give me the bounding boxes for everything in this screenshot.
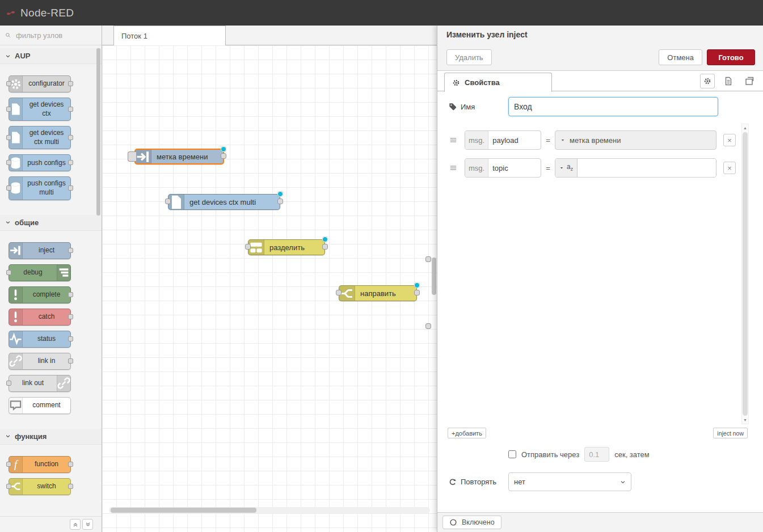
palette-node-input-port[interactable] — [6, 185, 11, 191]
inject-button[interactable] — [128, 151, 136, 162]
palette-node-label: inject — [23, 243, 70, 259]
name-row: Имя — [449, 97, 475, 116]
palette-node-complete[interactable]: complete — [9, 286, 71, 303]
palette-node-get-devices-ctx-multi[interactable]: get devices ctx multi — [9, 126, 71, 149]
palette-node-input-port[interactable] — [6, 484, 11, 489]
string-type-icon: az — [567, 163, 573, 172]
palette-node-link-in[interactable]: link in — [9, 353, 71, 370]
palette-scrollbar[interactable] — [96, 48, 100, 216]
property-input[interactable]: msg.topic — [465, 158, 541, 178]
palette-node-output-port[interactable] — [68, 135, 73, 140]
canvas-h-scrollbar-thumb[interactable] — [111, 508, 256, 513]
node-appearance-button[interactable] — [742, 74, 757, 88]
palette-node-push-configs[interactable]: push configs — [9, 154, 71, 171]
repeat-select[interactable]: нет — [508, 472, 631, 491]
palette-node-input-port[interactable] — [6, 270, 11, 275]
node-settings-button[interactable] — [700, 74, 715, 88]
delete-button[interactable]: Удалить — [446, 49, 492, 65]
palette-node-label: push configs multi — [23, 177, 70, 199]
scroll-down-arrow[interactable]: ▼ — [742, 416, 748, 424]
flow-canvas[interactable]: метка времениget devices ctx multiраздел… — [102, 45, 437, 532]
inject-once-checkbox[interactable] — [508, 450, 516, 458]
palette-category-aup: AUPconfiguratorget devices ctxget device… — [0, 48, 102, 215]
tab-properties[interactable]: Свойства — [444, 73, 552, 92]
flow-node-port-partial[interactable] — [425, 323, 431, 329]
node-description-button[interactable] — [721, 74, 736, 88]
node-red-logo-icon — [7, 9, 15, 17]
typed-input-field[interactable] — [577, 159, 716, 177]
flow-node-input-port[interactable] — [336, 290, 342, 295]
circle-icon — [449, 518, 457, 526]
cancel-button[interactable]: Отмена — [659, 49, 702, 65]
palette-node-output-port[interactable] — [68, 314, 73, 319]
palette-node-function[interactable]: ffunction — [9, 456, 71, 473]
flow-node-разделить[interactable]: разделить — [248, 239, 325, 255]
expand-all-button[interactable] — [82, 519, 93, 530]
property-name[interactable]: topic — [488, 159, 541, 177]
palette-category-nodes: ffunctionswitch — [0, 445, 102, 510]
palette-category-header-aup[interactable]: AUP — [0, 48, 102, 64]
palette-node-output-port[interactable] — [68, 185, 73, 191]
palette-node-debug[interactable]: debug — [9, 264, 71, 281]
inject-once-delay-input[interactable] — [584, 447, 609, 462]
palette-node-output-port[interactable] — [68, 107, 73, 112]
flow-node-port-partial[interactable] — [425, 256, 431, 262]
palette-node-output-port[interactable] — [68, 248, 73, 253]
palette-node-push-configs-multi[interactable]: push configs multi — [9, 176, 71, 200]
flow-node-output-port[interactable] — [277, 199, 283, 204]
palette-node-comment[interactable]: comment — [9, 397, 71, 414]
palette-node-output-port[interactable] — [68, 160, 73, 165]
remove-property-button[interactable]: × — [723, 162, 736, 174]
name-input[interactable] — [508, 97, 718, 116]
typed-input-topic[interactable]: az — [555, 158, 716, 178]
flow-node-направить[interactable]: направить — [339, 285, 417, 301]
palette-node-input-port[interactable] — [6, 462, 11, 467]
palette-node-input-port[interactable] — [6, 381, 11, 386]
typed-input-type-button[interactable]: az — [555, 159, 577, 177]
palette-node-link-out[interactable]: link out — [9, 375, 71, 392]
flow-node-output-port[interactable] — [414, 290, 420, 295]
flow-node-input-port[interactable] — [245, 244, 251, 250]
palette-node-output-port[interactable] — [68, 484, 73, 489]
row-drag-handle[interactable] — [448, 164, 459, 172]
canvas-v-scrollbar-thumb[interactable] — [432, 257, 436, 295]
palette-search-input[interactable] — [15, 31, 86, 40]
changed-badge — [277, 191, 283, 197]
node-enabled-toggle[interactable]: Включено — [442, 516, 501, 529]
props-list-scrollbar-thumb[interactable] — [743, 132, 748, 416]
palette-node-input-port[interactable] — [6, 160, 11, 165]
typed-input-payload[interactable]: метка времени — [555, 130, 716, 150]
property-input[interactable]: msg.payload — [465, 130, 541, 150]
palette-node-output-port[interactable] — [68, 292, 73, 297]
palette-node-configurator[interactable]: configurator — [9, 75, 71, 92]
add-property-button[interactable]: +добавить — [448, 428, 486, 438]
flow-node-output-port[interactable] — [322, 244, 328, 250]
palette-node-input-port[interactable] — [6, 107, 11, 112]
done-button[interactable]: Готово — [707, 49, 755, 65]
remove-property-button[interactable]: × — [723, 134, 736, 146]
palette-node-switch[interactable]: switch — [9, 478, 71, 495]
palette-node-input-port[interactable] — [6, 135, 11, 140]
palette-node-output-port[interactable] — [68, 81, 73, 86]
palette-node-output-port[interactable] — [68, 336, 73, 341]
palette-node-output-port[interactable] — [68, 358, 73, 364]
flow-tab[interactable]: Поток 1 — [113, 26, 226, 45]
scroll-up-arrow[interactable]: ▲ — [742, 124, 748, 132]
row-drag-handle[interactable] — [448, 136, 459, 144]
palette-node-status[interactable]: status — [9, 331, 71, 348]
palette-node-catch[interactable]: catch — [9, 309, 71, 326]
palette-category-header-общие[interactable]: общие — [0, 215, 102, 231]
palette-node-input-port[interactable] — [6, 81, 11, 86]
inject-now-button[interactable]: inject now — [713, 428, 748, 438]
palette-node-inject[interactable]: inject — [9, 242, 71, 259]
flow-node-get-devices-ctx-multi[interactable]: get devices ctx multi — [168, 194, 280, 210]
palette-node-output-port[interactable] — [68, 462, 73, 467]
palette-category-header-функция[interactable]: функция — [0, 429, 102, 445]
collapse-all-button[interactable] — [70, 519, 81, 530]
palette-node-get-devices-ctx[interactable]: get devices ctx — [9, 98, 71, 121]
caret-down-icon — [559, 166, 564, 170]
flow-node-input-port[interactable] — [165, 199, 171, 204]
flow-node-output-port[interactable] — [221, 153, 226, 159]
property-name[interactable]: payload — [488, 131, 541, 149]
flow-node-метка-времени[interactable]: метка времени — [134, 149, 224, 164]
